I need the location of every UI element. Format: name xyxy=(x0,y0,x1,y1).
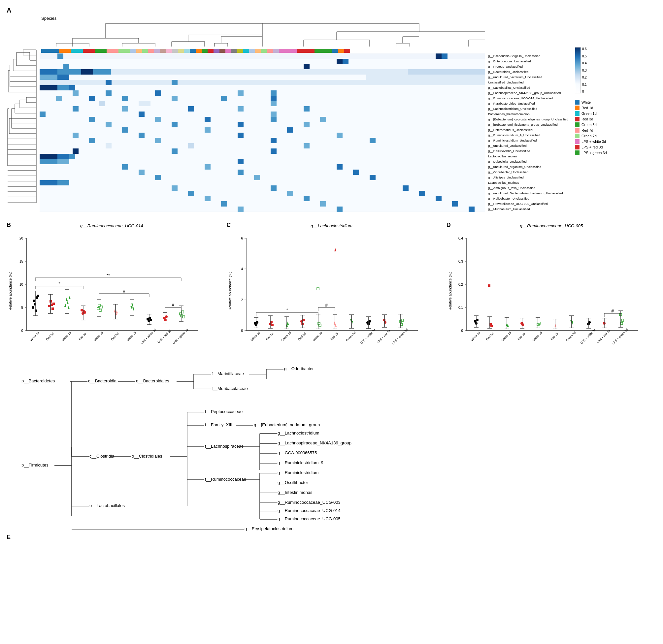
svg-text:Red 7d: Red 7d xyxy=(550,332,559,341)
svg-rect-358 xyxy=(270,321,273,323)
svg-rect-169 xyxy=(139,133,144,138)
svg-text:Green 1d: Green 1d xyxy=(61,331,72,342)
svg-marker-259 xyxy=(64,303,66,307)
svg-rect-165 xyxy=(205,128,210,133)
final-red xyxy=(338,49,344,53)
sample-strip-15 xyxy=(213,49,220,53)
node-g-ruminococcaceae-ucg005: g__Ruminococcaceae_UCG-005 xyxy=(277,516,341,521)
legend-color-red3d xyxy=(575,117,579,121)
row-label-10: g__Lachnoclostridium_Unclassified xyxy=(487,106,568,112)
node-g-ruminococcaceae-ucg014: g__Ruminococcaceae_UCG-014 xyxy=(277,508,341,513)
svg-text:Red 1d: Red 1d xyxy=(265,332,274,341)
svg-rect-172 xyxy=(40,138,485,143)
heatmap-body: g__Escherichia-Shigella_Unclassified g__… xyxy=(40,53,568,212)
svg-rect-223 xyxy=(452,201,458,207)
svg-marker-283 xyxy=(116,310,118,314)
svg-text:0.4: 0.4 xyxy=(458,236,463,240)
svg-rect-102 xyxy=(343,59,348,64)
legend-color-lps-green xyxy=(575,151,579,155)
svg-marker-262 xyxy=(68,306,70,309)
sample-strip-11 xyxy=(190,49,196,53)
row-label-8: g__Ruminococcaceae_UCG-014_Unclassified xyxy=(487,96,568,101)
legend-red3d: Red 3d xyxy=(575,117,607,121)
row-label-3: g__Bacteroides_Unclassified xyxy=(487,69,568,74)
legend-white: White xyxy=(575,100,607,105)
legend-red1d: Red 1d xyxy=(575,106,607,110)
legend-color-green1d xyxy=(575,111,579,116)
svg-rect-149 xyxy=(40,112,46,117)
svg-rect-209 xyxy=(172,185,178,191)
panel-c-chart: 0 2 4 6 Relative abundance (%) xyxy=(226,232,425,347)
svg-rect-163 xyxy=(40,128,485,133)
legend-color-red7d xyxy=(575,128,579,133)
svg-rect-142 xyxy=(40,106,485,112)
legend-label-lps-white: LPS + white 3d xyxy=(581,140,606,143)
row-label-15: g__Ruminiclostridium_9_Unclassified xyxy=(487,133,568,138)
svg-rect-99 xyxy=(58,53,63,59)
svg-rect-110 xyxy=(93,69,111,74)
group-color-strip xyxy=(41,49,568,53)
legend-lps-green: LPS + green 3d xyxy=(575,151,607,155)
svg-rect-194 xyxy=(122,164,128,169)
colorbar-gradient xyxy=(575,47,581,93)
svg-text:Green 1d: Green 1d xyxy=(280,331,292,342)
svg-text:LPS + red 3d: LPS + red 3d xyxy=(376,329,391,344)
sample-strip-21 xyxy=(249,49,255,53)
red3d-strip xyxy=(83,49,95,53)
svg-rect-173 xyxy=(89,138,95,143)
heatmap-svg xyxy=(40,53,485,212)
svg-text:15: 15 xyxy=(20,260,23,263)
svg-text:Green 7d: Green 7d xyxy=(126,331,137,342)
svg-rect-201 xyxy=(40,175,485,180)
svg-rect-127 xyxy=(106,90,112,96)
svg-rect-170 xyxy=(237,133,244,138)
node-f-muribaculaceae: f__Muribaculaceae xyxy=(211,386,248,391)
row-label-4: g__uncultured_bacterium_Unclassified xyxy=(487,74,568,80)
svg-rect-129 xyxy=(237,90,244,96)
svg-rect-143 xyxy=(73,106,78,112)
svg-text:White 3d: White 3d xyxy=(29,331,40,342)
svg-rect-103 xyxy=(40,64,485,69)
svg-rect-117 xyxy=(403,74,485,80)
node-g-ruminiclostridium: g__Ruminiclostridium xyxy=(277,470,318,475)
legend-red7d: Red 7d xyxy=(575,128,607,133)
legend-green1d: Green 1d xyxy=(575,111,607,116)
svg-rect-132 xyxy=(56,96,62,101)
svg-rect-98 xyxy=(441,53,448,59)
sample-strip-23 xyxy=(261,49,267,53)
row-label-14: g__Enterorhabdus_Unclassified xyxy=(487,128,568,133)
svg-rect-444 xyxy=(488,284,490,287)
sample-strip-24 xyxy=(267,49,273,53)
svg-text:Red 3d: Red 3d xyxy=(517,332,526,341)
svg-rect-197 xyxy=(40,169,485,175)
sample-strip-7 xyxy=(166,49,172,53)
colorbar-section: 0.6 0.5 0.4 0.3 0.2 0.1 0 xyxy=(575,47,607,93)
svg-point-396 xyxy=(383,319,386,321)
svg-rect-141 xyxy=(271,101,277,106)
legend-color-green3d xyxy=(575,122,579,127)
top-dendrogram xyxy=(40,22,568,49)
svg-text:Red 3d: Red 3d xyxy=(297,332,306,341)
svg-rect-218 xyxy=(304,196,310,201)
legend-lps-white: LPS + white 3d xyxy=(575,139,607,144)
sample-strip-8 xyxy=(172,49,178,53)
tick-02: 0.2 xyxy=(582,75,587,79)
svg-rect-211 xyxy=(403,185,409,191)
panel-a: A xyxy=(7,7,656,212)
svg-rect-226 xyxy=(337,207,343,212)
svg-rect-144 xyxy=(122,106,128,112)
row-label-7: g__Lachnospiraceae_NK4A136_group_Unclass… xyxy=(487,90,568,96)
svg-text:Red 7d: Red 7d xyxy=(330,332,339,341)
colorbar-ticks: 0.6 0.5 0.4 0.3 0.2 0.1 0 xyxy=(582,47,587,93)
sample-strip-6 xyxy=(160,49,166,53)
svg-point-475 xyxy=(588,321,591,324)
svg-marker-465 xyxy=(554,324,556,327)
panel-c-title-text: g__Lachnoclostridium xyxy=(311,223,352,228)
svg-text:Relative abundance (%): Relative abundance (%) xyxy=(8,272,12,310)
svg-rect-207 xyxy=(58,180,69,185)
legend-color-lps-red xyxy=(575,145,579,150)
sample-strip-17 xyxy=(225,49,231,53)
svg-rect-156 xyxy=(271,117,277,122)
svg-text:LPS + red 3d: LPS + red 3d xyxy=(157,329,172,344)
svg-rect-107 xyxy=(40,69,58,74)
